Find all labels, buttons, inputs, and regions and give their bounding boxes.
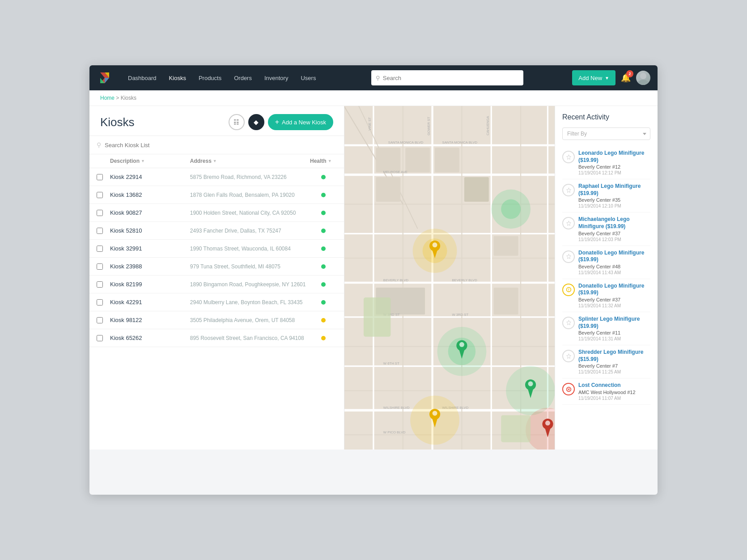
activity-time: 11/19/2014 11:32 AM — [578, 303, 650, 308]
breadcrumb-current: Kiosks — [121, 95, 136, 101]
health-indicator — [321, 193, 326, 197]
row-checkbox[interactable] — [97, 246, 103, 252]
sidebar-title: Recent Activity — [562, 113, 650, 121]
kiosk-name: Kiosk 82199 — [110, 281, 190, 288]
svg-rect-30 — [435, 148, 459, 172]
table-row[interactable]: Kiosk 13682 1878 Glen Falls Road, Bensal… — [89, 186, 344, 204]
table-row[interactable]: Kiosk 32991 1990 Thomas Street, Wauconda… — [89, 240, 344, 258]
table-row[interactable]: Kiosk 52810 2493 Fancher Drive, Dallas, … — [89, 222, 344, 240]
col-health[interactable]: Health ▼ — [310, 158, 337, 164]
activity-status-icon — [562, 151, 575, 163]
row-checkbox[interactable] — [97, 192, 103, 198]
activity-time: 11/19/2014 11:43 AM — [578, 270, 650, 275]
activity-item[interactable]: Splinter Lego Minifigure ($19.99) Beverl… — [562, 312, 650, 345]
activity-location: Beverly Center #37 — [578, 231, 650, 236]
col-description[interactable]: Description ▼ — [110, 158, 190, 164]
right-sidebar: Recent Activity Filter By Today This Wee… — [555, 106, 658, 450]
table-header: Description ▼ Address ▼ Health ▼ — [89, 154, 344, 168]
activity-filter[interactable]: Filter By Today This Week This Month — [562, 127, 650, 140]
svg-point-4 — [640, 73, 646, 79]
table-row[interactable]: Kiosk 42291 2940 Mulberry Lane, Boynton … — [89, 293, 344, 311]
col-address[interactable]: Address ▼ — [190, 158, 310, 164]
app-logo[interactable] — [97, 70, 113, 86]
health-indicator — [321, 264, 326, 269]
row-checkbox[interactable] — [97, 335, 103, 341]
nav-link-orders[interactable]: Orders — [228, 71, 258, 85]
activity-location: AMC West Hollywood #12 — [578, 390, 650, 395]
table-row[interactable]: Kiosk 90827 1900 Holden Street, National… — [89, 204, 344, 222]
nav-link-dashboard[interactable]: Dashboard — [122, 71, 163, 85]
svg-point-67 — [528, 382, 533, 386]
activity-name: Shredder Lego Minifigure ($15.99) — [578, 349, 650, 363]
activity-item[interactable]: Leonardo Lego Minifigure ($19.99) Beverl… — [562, 146, 650, 179]
activity-item[interactable]: Shredder Lego Minifigure ($15.99) Beverl… — [562, 345, 650, 378]
nav-search-input[interactable] — [383, 75, 519, 81]
list-view-button[interactable]: ☷ — [229, 114, 245, 130]
kiosk-name: Kiosk 42291 — [110, 299, 190, 305]
kiosk-table: Description ▼ Address ▼ Health ▼ Kiosk 2… — [89, 154, 344, 450]
svg-point-54 — [433, 242, 437, 247]
svg-point-78 — [568, 290, 569, 291]
nav-link-kiosks[interactable]: Kiosks — [163, 71, 192, 85]
svg-rect-28 — [376, 148, 400, 172]
kiosk-name: Kiosk 98122 — [110, 317, 190, 323]
breadcrumb-home[interactable]: Home — [100, 95, 115, 101]
map-view-button[interactable]: ◆ — [248, 114, 264, 130]
row-checkbox[interactable] — [97, 210, 103, 216]
kiosk-address: 5875 Bremo Road, Richmond, VA 23226 — [190, 174, 310, 180]
row-checkbox[interactable] — [97, 174, 103, 180]
breadcrumb: Home > Kiosks — [89, 90, 658, 106]
activity-status-icon — [562, 284, 575, 296]
user-avatar[interactable] — [636, 71, 650, 85]
row-checkbox[interactable] — [97, 228, 103, 234]
kiosk-address: 1990 Thomas Street, Wauconda, IL 60084 — [190, 246, 310, 252]
sort-icon: ▼ — [213, 159, 217, 163]
health-indicator — [321, 300, 326, 305]
kiosk-address: 895 Roosevelt Street, San Francisco, CA … — [190, 335, 310, 341]
activity-name: Splinter Lego Minifigure ($19.99) — [578, 316, 650, 330]
table-row[interactable]: Kiosk 82199 1890 Bingamon Road, Poughkee… — [89, 276, 344, 293]
nav-link-products[interactable]: Products — [192, 71, 228, 85]
svg-text:BEVERLY BLVD: BEVERLY BLVD — [383, 278, 409, 282]
sort-icon: ▼ — [328, 159, 332, 163]
add-kiosk-button[interactable]: + Add a New Kiosk — [268, 114, 333, 130]
row-checkbox[interactable] — [97, 299, 103, 305]
header-actions: ☷ ◆ + Add a New Kiosk — [229, 114, 333, 130]
table-row[interactable]: Kiosk 65262 895 Roosevelt Street, San Fr… — [89, 329, 344, 347]
activity-item[interactable]: Donatello Lego Minifigure ($19.99) Bever… — [562, 279, 650, 312]
search-icon: ⚲ — [97, 141, 101, 148]
health-indicator — [321, 175, 326, 179]
notification-bell[interactable]: 🔔 2 — [621, 73, 631, 83]
activity-item[interactable]: Lost Connection AMC West Hollywood #12 1… — [562, 378, 650, 405]
map-panel: SANTA MONICA BLVD SANTA MONICA BLVD MELR… — [344, 106, 555, 450]
table-row[interactable]: Kiosk 23988 979 Tuna Street, Southfield,… — [89, 258, 344, 276]
kiosk-address: 2493 Fancher Drive, Dallas, TX 75247 — [190, 228, 310, 234]
breadcrumb-separator: > — [116, 95, 120, 101]
activity-item[interactable]: Donatello Lego Minifigure ($19.99) Bever… — [562, 246, 650, 279]
row-checkbox[interactable] — [97, 317, 103, 323]
svg-rect-31 — [376, 177, 400, 202]
activity-time: 11/19/2014 12:10 PM — [578, 204, 650, 208]
nav-link-inventory[interactable]: Inventory — [258, 71, 294, 85]
svg-text:CAHUENGA: CAHUENGA — [486, 115, 490, 135]
kiosk-rows: Kiosk 22914 5875 Bremo Road, Richmond, V… — [89, 168, 344, 347]
kiosk-search-input[interactable] — [105, 142, 337, 148]
row-checkbox[interactable] — [97, 263, 103, 270]
kiosk-address: 1890 Bingamon Road, Poughkeepsie, NY 126… — [190, 281, 310, 288]
activity-time: 11/19/2014 11:07 AM — [578, 396, 650, 401]
svg-rect-33 — [494, 236, 518, 256]
activity-location: Beverly Center #12 — [578, 164, 650, 170]
row-checkbox[interactable] — [97, 281, 103, 288]
table-row[interactable]: Kiosk 22914 5875 Bremo Road, Richmond, V… — [89, 168, 344, 186]
activity-item[interactable]: Raphael Lego Minifigure ($19.99) Beverly… — [562, 179, 650, 212]
table-row[interactable]: Kiosk 98122 3505 Philadelphia Avenue, Or… — [89, 311, 344, 329]
activity-location: Beverly Center #48 — [578, 264, 650, 269]
kiosk-name: Kiosk 52810 — [110, 227, 190, 234]
kiosk-name: Kiosk 23988 — [110, 263, 190, 270]
activity-item[interactable]: Michaelangelo Lego Minifigure ($19.99) B… — [562, 212, 650, 246]
activity-time: 11/19/2014 12:03 PM — [578, 237, 650, 242]
kiosk-address: 1878 Glen Falls Road, Bensalem, PA 19020 — [190, 192, 310, 198]
activity-time: 11/19/2014 12:12 PM — [578, 170, 650, 175]
add-new-button[interactable]: Add New ▼ — [572, 70, 615, 85]
nav-link-users[interactable]: Users — [294, 71, 322, 85]
